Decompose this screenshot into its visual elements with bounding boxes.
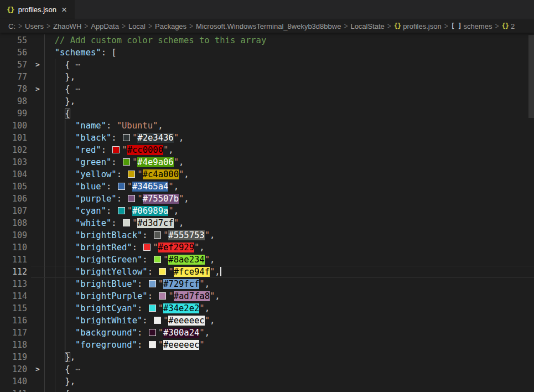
color-swatch[interactable] [149, 280, 156, 287]
fold-chevron-icon[interactable]: > [31, 363, 44, 375]
color-swatch[interactable] [112, 146, 120, 153]
line-number: 107 [0, 205, 31, 217]
line-content: "brightWhite": "#eeeeec", [44, 314, 534, 327]
breadcrumb-label: LocalState [350, 22, 384, 30]
scrollbar-thumb[interactable] [528, 35, 534, 118]
indent-guide [44, 302, 45, 314]
code-line-140[interactable]: 140 }, [0, 375, 534, 388]
code-line-117[interactable]: 117 "background": "#300a24", [0, 327, 534, 339]
code-token: , [210, 255, 215, 265]
tab-profiles-json[interactable]: {} profiles.json × [0, 0, 75, 19]
code-token: , [205, 279, 210, 289]
code-line-101[interactable]: 101 "black": "#2e3436", [0, 132, 534, 144]
code-line-120[interactable]: 120> { ⋯ [0, 363, 534, 375]
line-number: 115 [0, 302, 31, 314]
color-swatch[interactable] [118, 183, 125, 190]
code-line-119[interactable]: 119 }, [0, 351, 534, 363]
code-line-107[interactable]: 107 "cyan": "#06989a", [0, 205, 534, 217]
fold-column [31, 290, 44, 302]
breadcrumb-item-local[interactable]: Local [128, 22, 146, 30]
color-swatch[interactable] [123, 219, 130, 226]
color-swatch[interactable] [123, 158, 130, 166]
code-line-110[interactable]: 110 "brightRed": "#ef2929", [0, 241, 534, 254]
color-swatch[interactable] [118, 207, 125, 214]
breadcrumb-item-profiles-json[interactable]: {}profiles.json [394, 22, 442, 30]
color-swatch[interactable] [149, 305, 156, 312]
fold-chevron-icon[interactable]: > [31, 83, 44, 95]
color-swatch[interactable] [123, 134, 130, 141]
code-text: "background": "#300a24", [44, 328, 210, 338]
code-token: " [174, 218, 179, 228]
indent-guide [55, 144, 55, 156]
code-line-106[interactable]: 106 "purple": "#75507b", [0, 193, 534, 205]
code-line-104[interactable]: 104 "yellow": "#c4a000", [0, 168, 534, 180]
chevron-right-icon: > [18, 21, 22, 31]
code-line-118[interactable]: 118 "foreground": "#eeeeec" [0, 339, 534, 351]
color-swatch[interactable] [149, 341, 156, 348]
code-token: // Add custom color schemes to this arra… [55, 35, 267, 45]
close-icon[interactable]: × [60, 5, 68, 14]
fold-column [31, 132, 44, 144]
code-line-98[interactable]: 98 }, [0, 95, 534, 107]
code-token: { [65, 84, 75, 94]
fold-chevron-icon[interactable]: > [31, 388, 44, 392]
breadcrumb-item-schemes[interactable]: [ ]schemes [451, 22, 492, 30]
hex-color-value: #8ae234 [168, 255, 204, 265]
scrollbar[interactable] [528, 33, 534, 392]
code-line-112[interactable]: 112 "brightYellow": "#fce94f", [0, 266, 534, 278]
code-line-105[interactable]: 105 "blue": "#3465a4", [0, 180, 534, 193]
color-swatch[interactable] [154, 317, 161, 324]
code-line-111[interactable]: 111 "brightGreen": "#8ae234", [0, 254, 534, 266]
code-line-102[interactable]: 102 "red": "#cc0000", [0, 144, 534, 156]
code-line-57[interactable]: 57> { ⋯ [0, 59, 534, 71]
code-token: " [158, 340, 163, 350]
chevron-right-icon: > [148, 21, 152, 31]
breadcrumb-item-2[interactable]: {}2 [501, 22, 515, 30]
fold-column [31, 107, 44, 120]
color-swatch[interactable] [154, 231, 161, 239]
color-swatch[interactable] [154, 256, 161, 263]
code-token: "brightBlue" [75, 279, 137, 289]
hex-color-value: #2e3436 [137, 133, 173, 143]
code-line-115[interactable]: 115 "brightCyan": "#34e2e2", [0, 302, 534, 314]
color-swatch[interactable] [159, 292, 166, 300]
fold-chevron-icon[interactable]: > [31, 59, 44, 71]
color-swatch[interactable] [149, 329, 156, 336]
code-editor[interactable]: 55 // Add custom color schemes to this a… [0, 33, 534, 392]
code-token: : [101, 48, 112, 58]
code-token: "black" [75, 133, 111, 143]
code-text: "brightYellow": "#fce94f", [44, 267, 221, 277]
color-swatch[interactable] [128, 195, 135, 202]
code-line-100[interactable]: 100 "name": "Ubuntu", [0, 120, 534, 132]
code-line-77[interactable]: 77 }, [0, 71, 534, 83]
breadcrumb-item-localstate[interactable]: LocalState [350, 22, 384, 30]
indent-guide [44, 351, 45, 363]
indent-guide [55, 107, 55, 120]
breadcrumb-item-zhaowh[interactable]: ZhaoWH [53, 22, 81, 30]
code-line-103[interactable]: 103 "green": "#4e9a06", [0, 156, 534, 168]
code-line-108[interactable]: 108 "white": "#d3d7cf", [0, 217, 534, 229]
code-line-55[interactable]: 55 // Add custom color schemes to this a… [0, 34, 534, 47]
breadcrumb-item-packages[interactable]: Packages [155, 22, 186, 30]
breadcrumb-item-appdata[interactable]: AppData [91, 22, 119, 30]
line-content: // Add custom color schemes to this arra… [44, 34, 534, 47]
code-line-114[interactable]: 114 "brightPurple": "#ad7fa8", [0, 290, 534, 302]
code-line-78[interactable]: 78> { ⋯ [0, 83, 534, 95]
code-text: }, [44, 96, 75, 106]
code-line-109[interactable]: 109 "brightBlack": "#555753", [0, 229, 534, 241]
color-swatch[interactable] [128, 171, 135, 178]
code-line-56[interactable]: 56 "schemes": [ [0, 47, 534, 59]
color-swatch[interactable] [143, 244, 151, 251]
indent-guide [55, 327, 55, 339]
breadcrumb-item-c-[interactable]: C: [8, 22, 15, 30]
breadcrumb-item-users[interactable]: Users [25, 22, 44, 30]
color-swatch[interactable] [159, 268, 166, 275]
code-token: "brightPurple" [75, 291, 148, 301]
code-line-116[interactable]: 116 "brightWhite": "#eeeeec", [0, 314, 534, 327]
breadcrumb-item-microsoft-windowsterminal-8wekyb3d8bbwe[interactable]: Microsoft.WindowsTerminal_8wekyb3d8bbwe [196, 22, 341, 30]
line-content: "background": "#300a24", [44, 327, 534, 339]
code-line-113[interactable]: 113 "brightBlue": "#729fcf", [0, 278, 534, 290]
line-number: 120 [0, 363, 31, 375]
code-line-141[interactable]: 141> { ⋯ [0, 388, 534, 392]
code-line-99[interactable]: 99 { [0, 107, 534, 120]
